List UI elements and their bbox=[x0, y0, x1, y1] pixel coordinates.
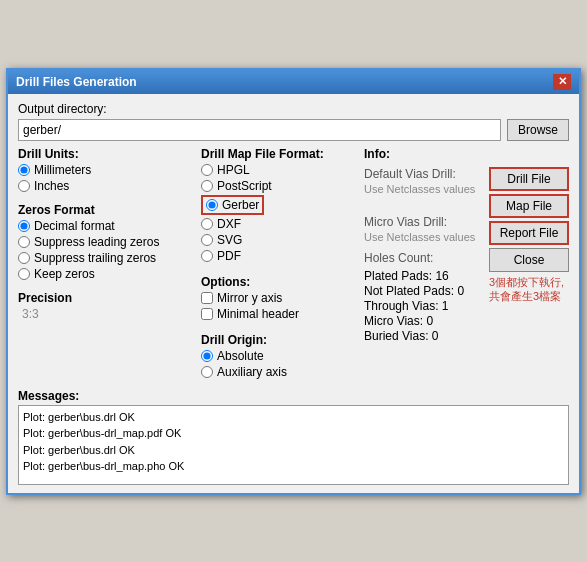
through-vias-row: Through Vias: 1 bbox=[364, 299, 483, 313]
svg-option[interactable]: SVG bbox=[201, 233, 356, 247]
drill-file-button[interactable]: Drill File bbox=[489, 167, 569, 191]
pdf-option[interactable]: PDF bbox=[201, 249, 356, 263]
output-dir-input[interactable] bbox=[18, 119, 501, 141]
millimeters-option[interactable]: Millimeters bbox=[18, 163, 193, 177]
dxf-label: DXF bbox=[217, 217, 241, 231]
keep-zeros-label: Keep zeros bbox=[34, 267, 95, 281]
drill-origin-section: Drill Origin: Absolute Auxiliary axis bbox=[201, 333, 356, 379]
map-file-button[interactable]: Map File bbox=[489, 194, 569, 218]
minimal-header-option[interactable]: Minimal header bbox=[201, 307, 356, 321]
messages-label: Messages: bbox=[18, 389, 569, 403]
micro-vias-count-row: Micro Vias: 0 bbox=[364, 314, 483, 328]
suppress-leading-label: Suppress leading zeros bbox=[34, 235, 159, 249]
suppress-trailing-label: Suppress trailing zeros bbox=[34, 251, 156, 265]
right-info: Default Vias Drill: Use Netclasses value… bbox=[364, 167, 483, 343]
report-file-button[interactable]: Report File bbox=[489, 221, 569, 245]
drill-origin-label: Drill Origin: bbox=[201, 333, 356, 347]
drill-map-group: HPGL PostScript Gerber bbox=[201, 163, 356, 263]
auxiliary-axis-label: Auxiliary axis bbox=[217, 365, 287, 379]
minimal-header-label: Minimal header bbox=[217, 307, 299, 321]
default-vias-value: Use Netclasses values bbox=[364, 183, 475, 195]
output-dir-row: Browse bbox=[18, 119, 569, 141]
micro-vias-value-row: Use Netclasses values bbox=[364, 231, 483, 243]
precision-label: Precision bbox=[18, 291, 193, 305]
close-button[interactable]: Close bbox=[489, 248, 569, 272]
gerber-option[interactable]: Gerber bbox=[201, 195, 356, 215]
dxf-option[interactable]: DXF bbox=[201, 217, 356, 231]
mid-column: Drill Map File Format: HPGL PostScript bbox=[201, 147, 356, 379]
micro-vias-label: Micro Vias Drill: bbox=[364, 215, 447, 229]
precision-value: 3:3 bbox=[18, 307, 193, 321]
absolute-option[interactable]: Absolute bbox=[201, 349, 356, 363]
drill-units-group: Millimeters Inches bbox=[18, 163, 193, 193]
main-window: Drill Files Generation ✕ Output director… bbox=[6, 68, 581, 495]
info-label: Info: bbox=[364, 147, 569, 161]
drill-map-section: Drill Map File Format: HPGL PostScript bbox=[201, 147, 356, 263]
suppress-leading-option[interactable]: Suppress leading zeros bbox=[18, 235, 193, 249]
hpgl-label: HPGL bbox=[217, 163, 250, 177]
millimeters-label: Millimeters bbox=[34, 163, 91, 177]
zeros-format-section: Zeros Format Decimal format Suppress lea… bbox=[18, 203, 193, 281]
messages-box[interactable]: Plot: gerber\bus.drl OK Plot: gerber\bus… bbox=[18, 405, 569, 485]
drill-origin-group: Absolute Auxiliary axis bbox=[201, 349, 356, 379]
zeros-format-label: Zeros Format bbox=[18, 203, 193, 217]
inches-label: Inches bbox=[34, 179, 69, 193]
postscript-label: PostScript bbox=[217, 179, 272, 193]
drill-units-label: Drill Units: bbox=[18, 147, 193, 161]
decimal-format-label: Decimal format bbox=[34, 219, 115, 233]
hole-info: Plated Pads: 16 Not Plated Pads: 0 Throu… bbox=[364, 269, 483, 343]
micro-vias-value: Use Netclasses values bbox=[364, 231, 475, 243]
holes-count-label: Holes Count: bbox=[364, 251, 433, 265]
right-actions: Drill File Map File Report File Close 3個… bbox=[489, 167, 569, 343]
mirror-y-option[interactable]: Mirror y axis bbox=[201, 291, 356, 305]
precision-section: Precision 3:3 bbox=[18, 291, 193, 321]
suppress-trailing-option[interactable]: Suppress trailing zeros bbox=[18, 251, 193, 265]
not-plated-row: Not Plated Pads: 0 bbox=[364, 284, 483, 298]
right-column: Info: Default Vias Drill: Use Netclasses… bbox=[364, 147, 569, 379]
buried-vias-row: Buried Vias: 0 bbox=[364, 329, 483, 343]
annotation-text: 3個都按下執行,共會產生3檔案 bbox=[489, 275, 564, 304]
pdf-label: PDF bbox=[217, 249, 241, 263]
content-area: Output directory: Browse Drill Units: Mi… bbox=[8, 94, 579, 493]
close-window-button[interactable]: ✕ bbox=[553, 74, 571, 90]
options-section: Options: Mirror y axis Minimal header bbox=[201, 275, 356, 321]
window-title: Drill Files Generation bbox=[16, 75, 137, 89]
micro-vias-row: Micro Vias Drill: bbox=[364, 215, 483, 229]
zeros-format-group: Decimal format Suppress leading zeros Su… bbox=[18, 219, 193, 281]
drill-map-label: Drill Map File Format: bbox=[201, 147, 356, 161]
plated-pads-row: Plated Pads: 16 bbox=[364, 269, 483, 283]
drill-units-section: Drill Units: Millimeters Inches bbox=[18, 147, 193, 193]
auxiliary-axis-option[interactable]: Auxiliary axis bbox=[201, 365, 356, 379]
absolute-label: Absolute bbox=[217, 349, 264, 363]
titlebar: Drill Files Generation ✕ bbox=[8, 70, 579, 94]
messages-section: Messages: Plot: gerber\bus.drl OK Plot: … bbox=[18, 389, 569, 485]
main-columns: Drill Units: Millimeters Inches bbox=[18, 147, 569, 379]
output-dir-section: Output directory: Browse bbox=[18, 102, 569, 141]
default-vias-row: Default Vias Drill: bbox=[364, 167, 483, 181]
right-top: Default Vias Drill: Use Netclasses value… bbox=[364, 167, 569, 343]
default-vias-value-row: Use Netclasses values bbox=[364, 183, 483, 195]
browse-button[interactable]: Browse bbox=[507, 119, 569, 141]
mirror-y-label: Mirror y axis bbox=[217, 291, 282, 305]
options-group: Mirror y axis Minimal header bbox=[201, 291, 356, 321]
options-label: Options: bbox=[201, 275, 356, 289]
message-line-0: Plot: gerber\bus.drl OK bbox=[23, 409, 564, 426]
svg-label: SVG bbox=[217, 233, 242, 247]
gerber-label: Gerber bbox=[222, 198, 259, 212]
holes-count-row: Holes Count: bbox=[364, 251, 483, 265]
postscript-option[interactable]: PostScript bbox=[201, 179, 356, 193]
gerber-highlight: Gerber bbox=[201, 195, 264, 215]
left-column: Drill Units: Millimeters Inches bbox=[18, 147, 193, 379]
default-vias-label: Default Vias Drill: bbox=[364, 167, 456, 181]
message-line-1: Plot: gerber\bus-drl_map.pdf OK bbox=[23, 425, 564, 442]
message-line-2: Plot: gerber\bus.drl OK bbox=[23, 442, 564, 459]
decimal-format-option[interactable]: Decimal format bbox=[18, 219, 193, 233]
hpgl-option[interactable]: HPGL bbox=[201, 163, 356, 177]
output-dir-label: Output directory: bbox=[18, 102, 569, 116]
keep-zeros-option[interactable]: Keep zeros bbox=[18, 267, 193, 281]
inches-option[interactable]: Inches bbox=[18, 179, 193, 193]
message-line-3: Plot: gerber\bus-drl_map.pho OK bbox=[23, 458, 564, 475]
